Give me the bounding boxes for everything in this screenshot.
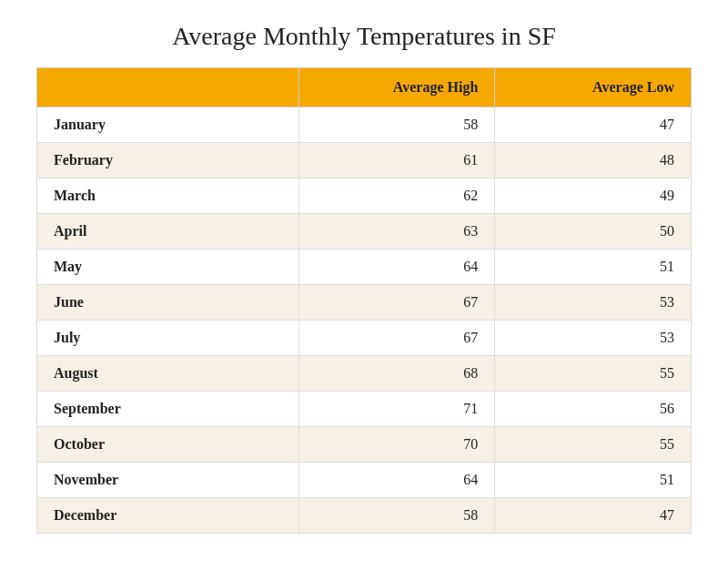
cell-low: 48 bbox=[495, 143, 692, 178]
cell-high: 70 bbox=[298, 427, 495, 463]
cell-low: 53 bbox=[495, 321, 692, 356]
cell-month: September bbox=[37, 392, 299, 427]
cell-month: July bbox=[37, 321, 299, 356]
table-row: March6249 bbox=[37, 178, 692, 214]
cell-high: 64 bbox=[298, 463, 495, 498]
cell-low: 51 bbox=[495, 463, 692, 498]
cell-month: June bbox=[37, 285, 299, 321]
cell-high: 61 bbox=[298, 143, 495, 178]
cell-high: 62 bbox=[298, 178, 495, 214]
temperature-table: Average High Average Low January5847Febr… bbox=[36, 67, 692, 534]
table-row: January5847 bbox=[37, 107, 692, 143]
table-row: June6753 bbox=[37, 285, 692, 321]
table-row: May6451 bbox=[37, 250, 692, 285]
cell-month: March bbox=[37, 178, 299, 214]
table-row: July6753 bbox=[37, 321, 692, 356]
table-row: November6451 bbox=[37, 463, 692, 498]
cell-month: November bbox=[37, 463, 299, 498]
cell-high: 58 bbox=[298, 107, 495, 143]
table-row: October7055 bbox=[37, 427, 692, 463]
cell-high: 67 bbox=[298, 321, 495, 356]
header-month bbox=[37, 68, 299, 107]
cell-low: 49 bbox=[495, 178, 692, 214]
cell-month: February bbox=[37, 143, 299, 178]
table-header-row: Average High Average Low bbox=[37, 68, 692, 107]
cell-month: August bbox=[37, 356, 299, 392]
table-row: September7156 bbox=[37, 392, 692, 427]
cell-high: 68 bbox=[298, 356, 495, 392]
cell-low: 55 bbox=[495, 427, 692, 463]
cell-high: 71 bbox=[298, 392, 495, 427]
header-avg-low: Average Low bbox=[495, 68, 692, 107]
cell-month: December bbox=[37, 498, 299, 534]
cell-month: April bbox=[37, 214, 299, 250]
cell-month: October bbox=[37, 427, 299, 463]
cell-low: 47 bbox=[495, 498, 692, 534]
cell-month: May bbox=[37, 250, 299, 285]
table-row: February6148 bbox=[37, 143, 692, 178]
header-avg-high: Average High bbox=[298, 68, 495, 107]
table-row: April6350 bbox=[37, 214, 692, 250]
cell-high: 63 bbox=[298, 214, 495, 250]
cell-month: January bbox=[37, 107, 299, 143]
cell-low: 56 bbox=[495, 392, 692, 427]
cell-low: 51 bbox=[495, 250, 692, 285]
cell-low: 53 bbox=[495, 285, 692, 321]
cell-low: 55 bbox=[495, 356, 692, 392]
cell-high: 64 bbox=[298, 250, 495, 285]
table-row: August6855 bbox=[37, 356, 692, 392]
cell-high: 67 bbox=[298, 285, 495, 321]
cell-low: 47 bbox=[495, 107, 692, 143]
page-title: Average Monthly Temperatures in SF bbox=[172, 22, 556, 51]
table-row: December5847 bbox=[37, 498, 692, 534]
cell-high: 58 bbox=[298, 498, 495, 534]
cell-low: 50 bbox=[495, 214, 692, 250]
